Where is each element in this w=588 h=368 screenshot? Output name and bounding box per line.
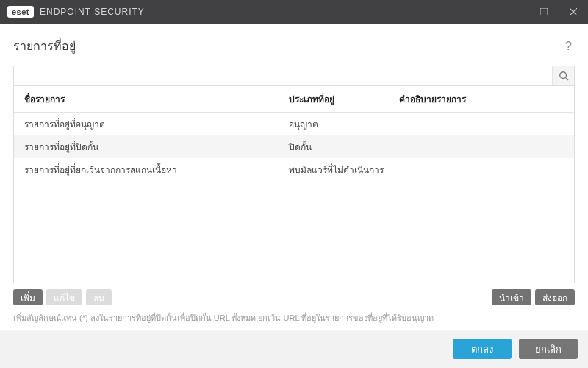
page-header: รายการที่อยู่ ? xyxy=(13,37,575,55)
import-button[interactable]: นำเข้า xyxy=(492,289,531,305)
cell-name: รายการที่อยู่ที่ปิดกั้น xyxy=(24,140,289,154)
page-title: รายการที่อยู่ xyxy=(13,37,76,55)
col-header-desc[interactable]: คำอธิบายรายการ xyxy=(399,92,564,106)
cell-type: อนุญาต xyxy=(289,117,399,131)
footer: ตกลง ยกเลิก xyxy=(0,330,588,368)
col-header-type[interactable]: ประเภทที่อยู่ xyxy=(289,92,399,106)
col-header-name[interactable]: ชื่อรายการ xyxy=(24,92,289,106)
cell-type: พบมัลแวร์ที่ไม่ดำเนินการ xyxy=(289,163,399,177)
close-button[interactable] xyxy=(559,0,588,24)
help-button[interactable]: ? xyxy=(562,38,575,54)
grid-body: รายการที่อยู่ที่อนุญาตอนุญาตรายการที่อยู… xyxy=(14,113,574,181)
titlebar: eset ENDPOINT SECURITY xyxy=(0,0,588,24)
minimize-icon xyxy=(540,8,548,15)
add-button[interactable]: เพิ่ม xyxy=(13,289,43,305)
brand-name: ENDPOINT SECURITY xyxy=(40,7,145,17)
toolbar: เพิ่ม แก้ไข ลบ นำเข้า ส่งออก xyxy=(13,289,575,305)
cell-name: รายการที่อยู่ที่ยกเว้นจากการสแกนเนื้อหา xyxy=(24,163,289,177)
cell-name: รายการที่อยู่ที่อนุญาต xyxy=(24,117,289,131)
export-button[interactable]: ส่งออก xyxy=(535,289,575,305)
list-grid: ชื่อรายการ ประเภทที่อยู่ คำอธิบายรายการ … xyxy=(13,86,575,283)
svg-rect-0 xyxy=(540,8,548,15)
search-input[interactable] xyxy=(14,66,552,85)
table-row[interactable]: รายการที่อยู่ที่อนุญาตอนุญาต xyxy=(14,113,574,135)
close-icon xyxy=(570,8,577,15)
minimize-button[interactable] xyxy=(529,0,559,24)
grid-header: ชื่อรายการ ประเภทที่อยู่ คำอธิบายรายการ xyxy=(14,86,574,113)
delete-button: ลบ xyxy=(86,289,112,305)
ok-button[interactable]: ตกลง xyxy=(453,339,512,359)
cell-desc xyxy=(399,117,564,131)
search-icon xyxy=(559,71,569,81)
cell-desc xyxy=(399,163,564,177)
svg-point-3 xyxy=(559,72,566,79)
search-button[interactable] xyxy=(552,66,574,85)
svg-line-4 xyxy=(565,78,568,81)
cell-desc xyxy=(399,140,564,154)
search-row xyxy=(13,66,575,86)
cell-type: ปิดกั้น xyxy=(289,140,399,154)
table-row[interactable]: รายการที่อยู่ที่ยกเว้นจากการสแกนเนื้อหาพ… xyxy=(14,158,574,181)
edit-button: แก้ไข xyxy=(46,289,82,305)
cancel-button[interactable]: ยกเลิก xyxy=(519,339,578,359)
table-row[interactable]: รายการที่อยู่ที่ปิดกั้นปิดกั้น xyxy=(14,135,574,158)
brand-badge: eset xyxy=(7,6,34,18)
